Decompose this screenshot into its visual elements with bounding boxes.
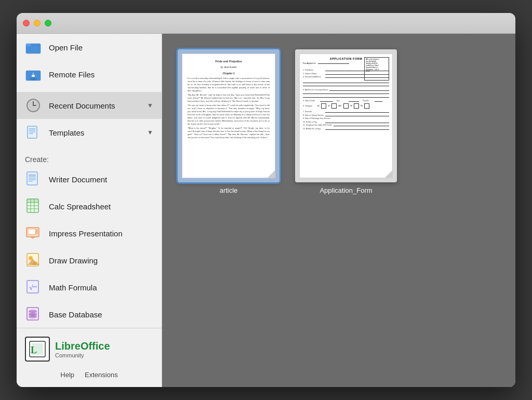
- draw-icon: [25, 252, 42, 269]
- svg-point-46: [29, 315, 37, 318]
- doc-thumbnail-form[interactable]: APPLICATION FORM Affix recent passportsi…: [295, 49, 397, 194]
- form-field-7: 7. Domicile: [303, 111, 389, 113]
- form-field-9: 9. Date of Discharge from Service: [303, 117, 389, 119]
- svg-rect-8: [28, 126, 37, 138]
- base-label: Base Database: [49, 310, 102, 319]
- templates-label: Templates: [49, 128, 84, 137]
- recent-docs-arrow: ▼: [147, 102, 153, 109]
- form-page: APPLICATION FORM Affix recent passportsi…: [299, 54, 393, 178]
- remote-files-icon: [25, 66, 42, 83]
- calc-spreadsheet-item[interactable]: Calc Spreadsheet: [17, 193, 162, 220]
- svg-rect-28: [28, 229, 35, 234]
- titlebar: [17, 13, 515, 34]
- article-subtitle: by Jane Austen: [188, 65, 270, 69]
- impress-presentation-item[interactable]: Impress Presentation: [17, 220, 162, 247]
- math-label: Math Formula: [49, 283, 97, 292]
- maximize-button[interactable]: [45, 20, 51, 26]
- content-area: Open File Remote Files: [17, 34, 515, 387]
- open-file-label: Open File: [49, 43, 83, 52]
- form-date-row: 5. Date of birth Sex: Female:: [303, 100, 389, 102]
- form-field-8: 8. Date of Joining Service: [303, 114, 389, 116]
- math-icon: √: [25, 279, 42, 296]
- footer-links: Help Extensions: [25, 368, 153, 382]
- templates-arrow: ▼: [147, 129, 153, 136]
- recent-docs-icon: [25, 97, 42, 114]
- form-field-address2: 4. Address for Correspondence: [303, 89, 389, 91]
- svg-rect-13: [27, 172, 37, 185]
- svg-rect-32: [31, 237, 35, 238]
- create-label: Create:: [17, 150, 162, 166]
- draw-drawing-item[interactable]: Draw Drawing: [17, 247, 162, 274]
- recent-documents-item[interactable]: Recent Documents ▼: [17, 92, 162, 119]
- svg-rect-4: [32, 79, 35, 81]
- traffic-lights: [23, 20, 51, 26]
- draw-label: Draw Drawing: [49, 256, 98, 265]
- form-doc-name: Application_Form: [320, 186, 372, 194]
- form-field-10: 10. Grade or Pay: [303, 121, 389, 123]
- impress-label: Impress Presentation: [49, 229, 123, 238]
- extensions-link[interactable]: Extensions: [85, 371, 118, 379]
- form-photo-box: Affix recent passportsize photograph(Ide…: [364, 57, 389, 81]
- article-corner: [268, 170, 275, 178]
- article-page: Pride and Prejudice by Jane Austen Chapt…: [182, 54, 275, 178]
- remote-files-label: Remote Files: [49, 70, 95, 79]
- article-doc-name: article: [220, 186, 238, 194]
- svg-rect-33: [32, 238, 33, 239]
- article-chapter: Chapter 1: [188, 71, 270, 75]
- open-file-item[interactable]: Open File: [17, 34, 162, 61]
- templates-item[interactable]: Templates ▼: [17, 119, 162, 146]
- close-button[interactable]: [23, 20, 30, 26]
- remote-files-item[interactable]: Remote Files: [17, 61, 162, 88]
- help-link[interactable]: Help: [60, 371, 74, 379]
- writer-document-item[interactable]: Writer Document: [17, 166, 162, 193]
- svg-rect-3: [30, 78, 37, 79]
- base-database-item[interactable]: Base Database: [17, 301, 162, 328]
- svg-text:L: L: [31, 345, 37, 355]
- article-para-2: "My dear Mr. Bennet," said his lady to h…: [188, 94, 270, 103]
- article-content: Pride and Prejudice by Jane Austen Chapt…: [182, 54, 275, 145]
- form-field-address3: [303, 92, 389, 94]
- libre-text: LibreOffice: [55, 340, 110, 352]
- community-text: Community: [55, 352, 110, 358]
- office-word: Office: [81, 340, 110, 352]
- math-formula-item[interactable]: √ Math Formula: [17, 274, 162, 301]
- sidebar: Open File Remote Files: [17, 34, 162, 387]
- article-para-1: It is a truth universally acknowledged, …: [188, 77, 270, 92]
- open-file-icon: [25, 39, 42, 56]
- writer-icon: [25, 171, 42, 188]
- form-content: APPLICATION FORM Affix recent passportsi…: [300, 54, 392, 134]
- app-window: Open File Remote Files: [17, 13, 515, 387]
- form-field-12: 12. Mobile No. (if any): [303, 128, 389, 130]
- sidebar-bottom: L LibreOffice Community Help Extensions: [17, 328, 162, 387]
- impress-icon: [25, 225, 42, 242]
- libreoffice-logo: L LibreOffice Community: [25, 335, 153, 364]
- lo-text: LibreOffice Community: [55, 340, 110, 358]
- form-field-4: [303, 81, 389, 83]
- templates-icon: [25, 124, 42, 141]
- svg-rect-1: [26, 44, 31, 46]
- base-icon: [25, 306, 42, 323]
- libre-word: Libre: [55, 340, 81, 352]
- calc-label: Calc Spreadsheet: [49, 202, 111, 211]
- doc-thumbnail-article[interactable]: Pride and Prejudice by Jane Austen Chapt…: [178, 49, 280, 194]
- svg-text:√: √: [29, 284, 33, 291]
- writer-label: Writer Document: [49, 175, 107, 184]
- article-title: Pride and Prejudice: [188, 59, 270, 64]
- article-para-3: "Do you not want to know who has taken i…: [188, 104, 270, 126]
- doc-preview-form[interactable]: APPLICATION FORM Affix recent passportsi…: [295, 49, 397, 182]
- calc-icon: [25, 198, 42, 215]
- doc-preview-article[interactable]: Pride and Prejudice by Jane Austen Chapt…: [178, 49, 280, 182]
- minimize-button[interactable]: [34, 20, 41, 26]
- svg-rect-6: [32, 75, 35, 77]
- form-nationality-row: 6. Category SC ST OBC UR PH: [303, 103, 389, 109]
- recent-docs-label: Recent Documents: [49, 101, 115, 110]
- logo-box: L: [25, 337, 50, 362]
- form-field-5: [303, 84, 389, 86]
- form-field-address4: [303, 96, 389, 98]
- main-area: Pride and Prejudice by Jane Austen Chapt…: [162, 34, 515, 387]
- form-field-11: 11. Telephone No. (With STD Code): [303, 124, 389, 126]
- form-corner: [385, 170, 392, 178]
- svg-rect-25: [27, 199, 38, 203]
- article-para-4: "What is his name?" "Bingley." "Is he ma…: [188, 127, 270, 139]
